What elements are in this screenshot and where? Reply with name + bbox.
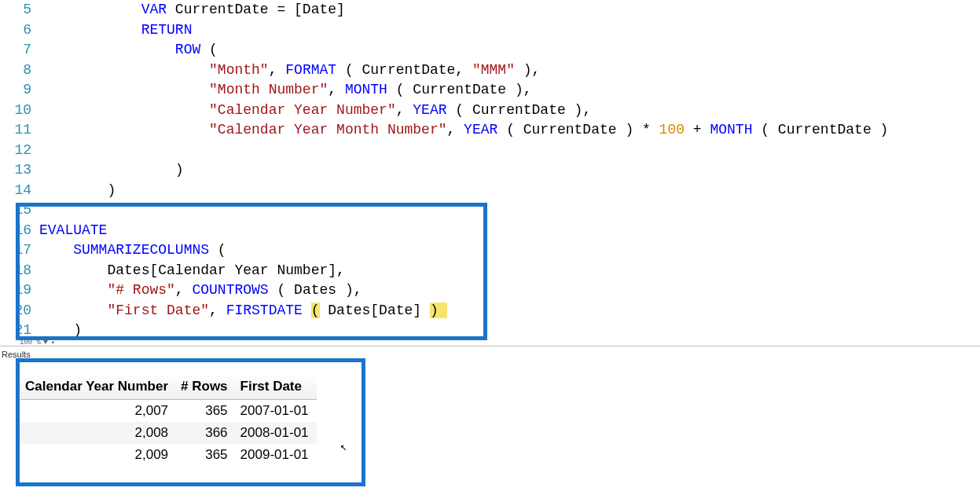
code-text bbox=[39, 262, 107, 278]
table-row[interactable]: 2,0083662008-01-01 bbox=[20, 422, 317, 444]
token-kw-func: MONTH bbox=[710, 122, 752, 138]
token-str: "MMM" bbox=[472, 62, 515, 78]
code-editor[interactable]: 56789101112131415161718192021 VAR Curren… bbox=[0, 0, 980, 341]
token-kw-func: COUNTROWS bbox=[192, 282, 268, 298]
code-text bbox=[447, 102, 456, 118]
panel-divider[interactable] bbox=[0, 346, 980, 346]
code-line[interactable]: "First Date", FIRSTDATE ( Dates[Date] ) bbox=[39, 301, 980, 321]
token-brmatch: ) bbox=[430, 302, 439, 318]
token-paren: ( bbox=[396, 82, 405, 97]
line-number: 12 bbox=[0, 141, 31, 161]
code-line[interactable] bbox=[39, 200, 980, 221]
table-cell: 2,008 bbox=[20, 422, 176, 444]
table-cell: 2,009 bbox=[20, 444, 176, 466]
table-row[interactable]: 2,0093652009-01-01 bbox=[20, 444, 317, 466]
code-text bbox=[269, 282, 277, 298]
code-text: CurrentDate bbox=[405, 82, 515, 97]
table-cell: 2,007 bbox=[20, 400, 176, 423]
results-table[interactable]: Calendar Year Number# RowsFirst Date 2,0… bbox=[20, 376, 317, 466]
token-paren: ( bbox=[209, 42, 218, 57]
token-paren: ) bbox=[523, 62, 532, 78]
token-paren: ( bbox=[277, 282, 285, 298]
code-line[interactable]: ) bbox=[39, 181, 980, 201]
code-text: * bbox=[633, 122, 659, 138]
code-line[interactable]: VAR CurrentDate = [Date] bbox=[39, 0, 980, 20]
code-text: , bbox=[209, 302, 226, 318]
code-line[interactable]: ) bbox=[39, 321, 980, 341]
code-line[interactable]: "Month", FORMAT ( CurrentDate, "MMM" ), bbox=[39, 60, 980, 81]
table-cell: 2007-01-01 bbox=[236, 400, 317, 423]
code-text: , bbox=[582, 102, 591, 118]
code-text bbox=[39, 82, 209, 97]
code-text: , bbox=[523, 82, 532, 97]
code-area[interactable]: VAR CurrentDate = [Date] RETURN ROW ( "M… bbox=[39, 0, 980, 341]
token-kw-func: YEAR bbox=[413, 102, 446, 118]
code-text bbox=[39, 282, 107, 298]
code-text bbox=[200, 42, 209, 57]
code-text bbox=[39, 162, 175, 178]
results-column-header[interactable]: First Date bbox=[236, 376, 317, 400]
code-text bbox=[39, 42, 175, 57]
code-text bbox=[39, 102, 209, 118]
token-paren: ) bbox=[73, 322, 82, 338]
line-number: 7 bbox=[0, 40, 31, 60]
code-line[interactable]: ROW ( bbox=[39, 40, 980, 60]
code-line[interactable]: Dates[Calendar Year Number], bbox=[39, 261, 980, 281]
mouse-cursor-icon: ↖ bbox=[340, 440, 347, 453]
code-line[interactable]: "Calendar Year Month Number", YEAR ( Cur… bbox=[39, 120, 980, 141]
token-kw-func: FIRSTDATE bbox=[226, 302, 303, 318]
token-paren: ( bbox=[218, 242, 226, 258]
token-paren: ) bbox=[625, 122, 633, 138]
token-paren: ) bbox=[880, 122, 889, 138]
code-line[interactable]: "Month Number", MONTH ( CurrentDate ), bbox=[39, 80, 980, 101]
line-number: 5 bbox=[0, 0, 31, 20]
token-paren: ( bbox=[345, 62, 354, 78]
code-text bbox=[752, 122, 761, 138]
token-paren: ) bbox=[175, 162, 184, 178]
code-line[interactable]: EVALUATE bbox=[39, 221, 980, 241]
results-panel-label: Results bbox=[2, 350, 31, 359]
code-line[interactable]: ) bbox=[39, 160, 980, 181]
token-paren: ( bbox=[455, 102, 464, 118]
token-kw-func: ROW bbox=[175, 42, 200, 57]
token-cursor bbox=[439, 302, 447, 318]
code-text: CurrentDate = [Date] bbox=[167, 2, 345, 17]
results-header-row: Calendar Year Number# RowsFirst Date bbox=[20, 376, 317, 400]
code-line[interactable]: "# Rows", COUNTROWS ( Dates ), bbox=[39, 280, 980, 301]
table-cell: 365 bbox=[176, 400, 236, 423]
code-text: CurrentDate bbox=[515, 122, 625, 138]
token-paren: ) bbox=[345, 282, 354, 298]
code-line[interactable] bbox=[39, 141, 980, 161]
code-text bbox=[336, 62, 345, 78]
code-text: CurrentDate, bbox=[354, 62, 472, 78]
code-text bbox=[39, 62, 209, 78]
token-kw-ret: RETURN bbox=[141, 22, 193, 38]
code-line[interactable]: SUMMARIZECOLUMNS ( bbox=[39, 240, 980, 261]
code-line[interactable]: "Calendar Year Number", YEAR ( CurrentDa… bbox=[39, 101, 980, 121]
results-column-header[interactable]: # Rows bbox=[176, 376, 236, 400]
token-paren: ) bbox=[107, 182, 116, 198]
token-kw-func: FORMAT bbox=[285, 62, 336, 78]
code-text bbox=[209, 242, 218, 258]
line-number: 15 bbox=[0, 200, 31, 221]
chevron-down-icon bbox=[43, 340, 48, 344]
code-text bbox=[515, 62, 523, 78]
token-str: "Calendar Year Number" bbox=[209, 102, 396, 118]
line-number: 14 bbox=[0, 181, 31, 201]
line-number: 13 bbox=[0, 160, 31, 181]
token-kw-func: SUMMARIZECOLUMNS bbox=[73, 242, 209, 258]
token-kw-func: YEAR bbox=[464, 122, 497, 138]
token-str: "Month" bbox=[209, 62, 269, 78]
line-number: 11 bbox=[0, 120, 31, 141]
table-cell: 365 bbox=[176, 444, 236, 466]
code-text: , bbox=[269, 62, 286, 78]
code-text: CurrentDate bbox=[769, 122, 879, 138]
table-row[interactable]: 2,0073652007-01-01 bbox=[20, 400, 317, 423]
code-text bbox=[497, 122, 506, 138]
table-cell: 2009-01-01 bbox=[236, 444, 317, 466]
code-line[interactable]: RETURN bbox=[39, 20, 980, 41]
results-column-header[interactable]: Calendar Year Number bbox=[20, 376, 176, 400]
zoom-label: 100 % bbox=[20, 339, 41, 346]
line-number: 19 bbox=[0, 280, 31, 301]
code-text bbox=[39, 242, 73, 258]
